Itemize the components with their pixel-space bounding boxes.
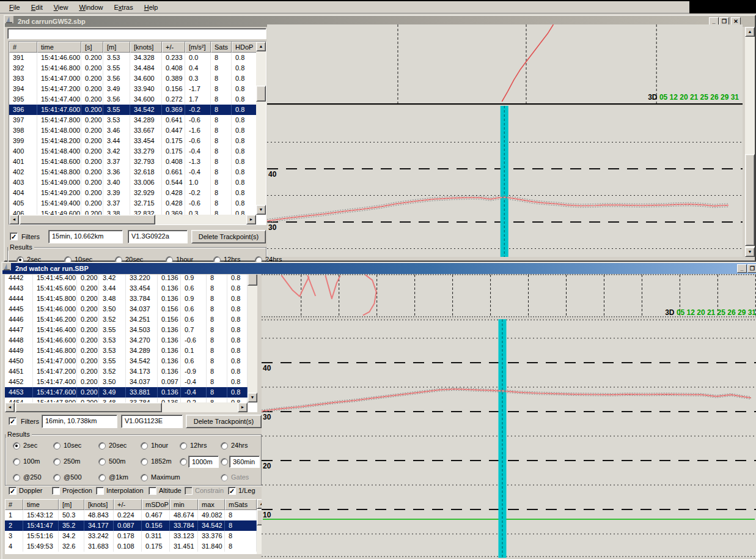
table-row[interactable]: 445215:41:47.4000.2003.5034.0370.097-0.4… [5,377,248,387]
column-header[interactable]: # [9,42,37,53]
scroll-thumb[interactable] [248,275,257,286]
radio-custom[interactable] [180,458,187,465]
table-row[interactable]: 39515:41:47.4000.2003.5634.6000.2721.780… [9,94,257,105]
trackpoint-table[interactable]: 444215:41:45.4000.2003.4233.2200.1360.98… [5,275,248,402]
radio-2sec[interactable] [13,442,20,450]
radio-Gates[interactable] [221,474,228,481]
radio-@500[interactable] [53,474,61,481]
table-row[interactable]: 40115:41:48.6000.2003.3732.7930.408-1.38… [9,157,257,167]
scroll-right-icon[interactable]: ► [246,215,256,224]
checkbox-1leg[interactable]: ✓ [228,487,236,495]
column-header[interactable]: mSats [225,499,257,510]
column-header[interactable]: mSDoP [142,499,170,510]
radio-20sec[interactable] [98,442,106,450]
radio-1852m[interactable] [141,458,148,465]
scroll-up-icon[interactable]: ▲ [745,27,755,37]
speed-graph[interactable]: 4030 [267,106,743,257]
radio-@250[interactable] [13,474,20,481]
column-header[interactable]: time [37,42,81,53]
table-row[interactable]: 445015:41:47.0000.2003.5534.5420.1360.68… [5,356,248,366]
column-header[interactable]: Sats [211,42,232,53]
track-panel[interactable]: 3D 05 12 20 21 25 26 29 31 [267,24,743,105]
column-header[interactable]: # [5,499,23,510]
restore-button[interactable]: ❐ [747,264,756,273]
scroll-down-icon[interactable]: ▼ [256,205,266,215]
delete-trackpoints-button[interactable]: Delete Trackpoint(s) [191,230,266,243]
checkbox-doppler[interactable]: ✓ [9,487,17,495]
column-header[interactable]: max [198,499,225,510]
checkbox-interpolation[interactable] [96,487,104,495]
table-row[interactable]: 39115:41:46.6000.2003.5334.3280.2330.080… [9,53,257,63]
table-row[interactable]: 39215:41:46.8000.2003.5534.4840.4080.480… [9,63,257,73]
scroll-down-icon[interactable]: ▼ [248,393,257,402]
version-field[interactable]: V1.0G1123E [121,415,183,428]
table-row[interactable]: 315:51:1634.233.2420.1780.31133.12333.37… [5,531,257,541]
scroll-right-icon[interactable]: ► [238,402,248,412]
table-row[interactable]: 39815:41:48.0000.2003.4633.6670.447-1.68… [9,125,257,136]
table-row[interactable]: 115:43:1250.348.8430.2240.46748.67449.08… [5,510,257,520]
results-table[interactable]: 115:43:1250.348.8430.2240.46748.67449.08… [5,510,257,552]
checkbox-projection[interactable] [52,487,60,495]
radio-10sec[interactable] [53,442,61,450]
column-header[interactable]: HDoP [232,42,257,53]
track-panel[interactable]: 3D 05 12 20 21 25 26 29 31 [262,274,756,318]
table-row[interactable]: 40315:41:49.0000.2003.4033.0060.5441.080… [9,177,257,188]
table-row[interactable]: 445115:41:47.2000.2003.5234.1730.136-0.9… [5,366,248,377]
radio-Maximum[interactable] [141,474,148,481]
radio-12hrs[interactable] [180,442,187,450]
menu-item-window[interactable]: Window [73,2,108,13]
table-row[interactable]: 444315:41:45.6000.2003.4433.4540.1360.68… [5,283,248,294]
menu-item-view[interactable]: View [48,2,74,13]
table-row[interactable]: 445415:41:47.8000.2003.4833.7840.136-0.2… [5,398,248,402]
menu-item-extras[interactable]: Extras [109,2,139,13]
table-row[interactable]: 39915:41:48.2000.2003.4433.4540.175-0.68… [9,136,257,146]
scroll-left-icon[interactable]: ◄ [5,402,15,412]
radio-custom[interactable] [221,458,228,465]
table-row[interactable]: 39715:41:47.8000.2003.5334.2890.641-0.68… [9,115,257,125]
table-row[interactable]: 40415:41:49.2000.2003.3932.9290.428-0.28… [9,188,257,198]
option-value-input[interactable]: 360min [229,456,260,468]
minimize-button[interactable]: _ [737,264,747,273]
radio-@1km[interactable] [98,474,106,481]
radio-100m[interactable] [13,458,20,465]
trackpoint-table[interactable]: 39115:41:46.6000.2003.5334.3280.2330.080… [9,53,257,215]
comment-input[interactable] [7,28,266,39]
column-header[interactable]: time [23,499,59,510]
filters-checkbox[interactable]: ✓ [10,232,18,240]
column-header[interactable]: min [170,499,198,510]
table-hscrollbar[interactable]: ◄ ► [5,402,248,412]
version-field[interactable]: V1.3G0922a [128,230,188,243]
menu-item-edit[interactable]: Edit [26,2,48,13]
table-row[interactable]: 40215:41:48.8000.2003.3632.6180.661-0.48… [9,167,257,177]
scroll-down-icon[interactable]: ▼ [745,247,755,257]
table-row[interactable]: 40515:41:49.4000.2003.3732.7150.428-0.68… [9,198,257,209]
column-header[interactable]: [s] [81,42,103,53]
scroll-thumb[interactable] [15,402,162,412]
radio-24hrs[interactable] [221,442,228,450]
table-row[interactable]: 444715:41:46.4000.2003.5534.5030.1360.78… [5,325,248,335]
radio-250m[interactable] [53,458,61,465]
menu-item-file[interactable]: File [4,2,26,13]
table-hscrollbar[interactable]: ◄ ► [9,215,256,224]
table-row[interactable]: 39615:41:47.6000.2003.5534.5420.369-0.28… [9,105,257,115]
column-header[interactable]: +/- [162,42,185,53]
table-row[interactable]: 444815:41:46.6000.2003.5334.2700.136-0.6… [5,335,248,346]
filter-summary-field[interactable]: 15min, 10.662km [48,230,123,243]
titlebar-watchrun[interactable]: 2nd watch car run.SBP [2,263,756,274]
scroll-up-icon[interactable]: ▲ [256,42,266,51]
table-row[interactable]: 215:41:4735.234.1770.0870.15633.78434.54… [5,520,257,531]
table-row[interactable]: 445315:41:47.6000.2003.4933.8810.136-0.4… [5,387,248,398]
scroll-thumb[interactable] [256,86,266,102]
table-row[interactable]: 40015:41:48.4000.2003.4233.2790.175-0.48… [9,146,257,157]
column-header[interactable]: [m/s²] [185,42,211,53]
table-row[interactable]: 444615:41:46.2000.2003.5234.2510.1560.68… [5,314,248,325]
scroll-left-icon[interactable]: ◄ [9,215,19,224]
table-row[interactable]: 444415:41:45.8000.2003.4833.7840.1360.98… [5,294,248,304]
table-vscrollbar[interactable]: ▲ ▼ [256,42,266,215]
filters-checkbox[interactable]: ✓ [9,417,17,425]
delete-trackpoints-button[interactable]: Delete Trackpoint(s) [186,415,262,428]
option-value-input[interactable]: 1000m [188,456,219,468]
column-header[interactable]: +/- [114,499,142,510]
column-header[interactable]: [knots] [84,499,114,510]
table-row[interactable]: 415:49:5332.631.6830.1080.17531.45131.84… [5,541,257,552]
